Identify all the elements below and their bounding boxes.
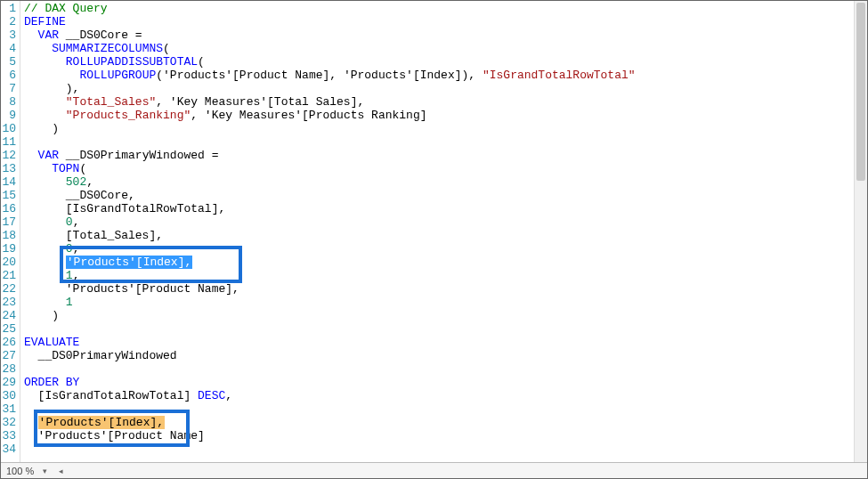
code-line[interactable]: TOPN(: [24, 162, 867, 175]
code-line[interactable]: ): [24, 122, 867, 135]
code-token: ,: [73, 215, 80, 229]
code-line[interactable]: VAR __DS0Core =: [24, 28, 867, 42]
code-token: , 'Key Measures'[Total Sales],: [156, 95, 364, 109]
code-token: [24, 109, 66, 122]
line-number: 27: [1, 349, 16, 362]
code-token: ): [24, 309, 59, 322]
code-line[interactable]: // DAX Query: [24, 2, 867, 15]
code-token: (: [163, 42, 170, 55]
line-number: 25: [1, 322, 16, 336]
line-number: 18: [1, 229, 16, 242]
code-token: [24, 242, 66, 256]
code-token: , 'Key Measures'[Products Ranking]: [191, 109, 426, 122]
code-token: "IsGrandTotalRowTotal": [483, 69, 636, 82]
code-line[interactable]: 0,: [24, 215, 867, 229]
line-number: 21: [1, 269, 16, 282]
scroll-left-icon[interactable]: ◂: [55, 466, 66, 476]
code-token: [IsGrandTotalRowTotal]: [24, 389, 198, 402]
code-token: EVALUATE: [24, 336, 79, 349]
code-line[interactable]: 'Products'[Product Name],: [24, 282, 867, 296]
code-line[interactable]: [24, 135, 867, 149]
line-number: 34: [1, 442, 16, 456]
code-token: [24, 95, 66, 109]
code-token: "Products_Ranking": [66, 109, 191, 122]
code-line[interactable]: 502,: [24, 175, 867, 189]
code-token: [IsGrandTotalRowTotal],: [24, 202, 225, 215]
line-number: 23: [1, 296, 16, 309]
code-line[interactable]: 'Products'[Index],: [24, 416, 867, 429]
line-number: 29: [1, 376, 16, 389]
code-line[interactable]: ): [24, 309, 867, 322]
code-token: [24, 269, 66, 282]
line-number: 8: [1, 95, 16, 109]
code-token: ROLLUPADDISSUBTOTAL: [66, 55, 198, 69]
code-line[interactable]: [24, 362, 867, 376]
code-token: [24, 175, 66, 189]
code-line[interactable]: "Products_Ranking", 'Key Measures'[Produ…: [24, 109, 867, 122]
code-token: [24, 215, 66, 229]
code-token: ,: [73, 242, 80, 256]
line-number: 32: [1, 416, 16, 429]
code-token: [24, 42, 52, 55]
code-area[interactable]: // DAX QueryDEFINE VAR __DS0Core = SUMMA…: [20, 1, 867, 462]
code-line[interactable]: "Total_Sales", 'Key Measures'[Total Sale…: [24, 95, 867, 109]
code-line[interactable]: 0,: [24, 242, 867, 256]
code-line[interactable]: 1: [24, 296, 867, 309]
zoom-dropdown-icon[interactable]: ▾: [39, 466, 50, 476]
line-number: 2: [1, 15, 16, 28]
code-line[interactable]: 'Products'[Product Name]: [24, 429, 867, 442]
code-line[interactable]: EVALUATE: [24, 336, 867, 349]
code-token: VAR: [38, 28, 59, 42]
line-number: 16: [1, 202, 16, 215]
code-token: ),: [24, 82, 79, 95]
vertical-scrollbar[interactable]: [854, 1, 867, 462]
line-number: 19: [1, 242, 16, 256]
line-number: 10: [1, 122, 16, 135]
code-token: // DAX Query: [24, 2, 108, 15]
zoom-level[interactable]: 100 %: [6, 466, 34, 476]
code-token: 1: [66, 296, 73, 309]
code-line[interactable]: [24, 402, 867, 416]
code-token: (: [79, 162, 86, 175]
code-line[interactable]: [IsGrandTotalRowTotal],: [24, 202, 867, 215]
code-line[interactable]: ORDER BY: [24, 376, 867, 389]
line-number: 22: [1, 282, 16, 296]
code-token: 'Products'[Index],: [38, 416, 165, 429]
code-line[interactable]: __DS0Core,: [24, 189, 867, 202]
line-number: 6: [1, 69, 16, 82]
code-line[interactable]: SUMMARIZECOLUMNS(: [24, 42, 867, 55]
line-number: 26: [1, 336, 16, 349]
code-line[interactable]: 1,: [24, 269, 867, 282]
code-token: [24, 162, 52, 175]
code-line[interactable]: ROLLUPADDISSUBTOTAL(: [24, 55, 867, 69]
code-line[interactable]: DEFINE: [24, 15, 867, 28]
line-number: 9: [1, 109, 16, 122]
code-line[interactable]: [24, 442, 867, 456]
code-token: 502: [66, 175, 86, 189]
code-token: ): [24, 122, 59, 135]
scrollbar-thumb[interactable]: [856, 3, 865, 181]
code-token: ORDER BY: [24, 376, 79, 389]
code-line[interactable]: ),: [24, 82, 867, 95]
code-token: [Total_Sales],: [24, 229, 163, 242]
line-number: 11: [1, 135, 16, 149]
code-token: (: [198, 55, 205, 69]
code-line[interactable]: VAR __DS0PrimaryWindowed =: [24, 149, 867, 162]
line-number: 5: [1, 55, 16, 69]
code-line[interactable]: [Total_Sales],: [24, 229, 867, 242]
code-token: 'Products'[Product Name]: [24, 429, 205, 442]
line-number: 24: [1, 309, 16, 322]
line-number: 14: [1, 175, 16, 189]
code-token: SUMMARIZECOLUMNS: [52, 42, 163, 55]
code-line[interactable]: ROLLUPGROUP('Products'[Product Name], 'P…: [24, 69, 867, 82]
code-editor[interactable]: 1234567891011121314151617181920212223242…: [1, 1, 867, 462]
code-line[interactable]: [24, 322, 867, 336]
code-line[interactable]: __DS0PrimaryWindowed: [24, 349, 867, 362]
code-token: __DS0Core,: [24, 189, 135, 202]
code-line[interactable]: [IsGrandTotalRowTotal] DESC,: [24, 389, 867, 402]
code-token: [24, 416, 38, 429]
code-token: ('Products'[Product Name], 'Products'[In…: [156, 69, 483, 82]
code-line[interactable]: 'Products'[Index],: [24, 256, 867, 269]
line-number-gutter: 1234567891011121314151617181920212223242…: [1, 1, 20, 462]
code-token: [24, 296, 66, 309]
